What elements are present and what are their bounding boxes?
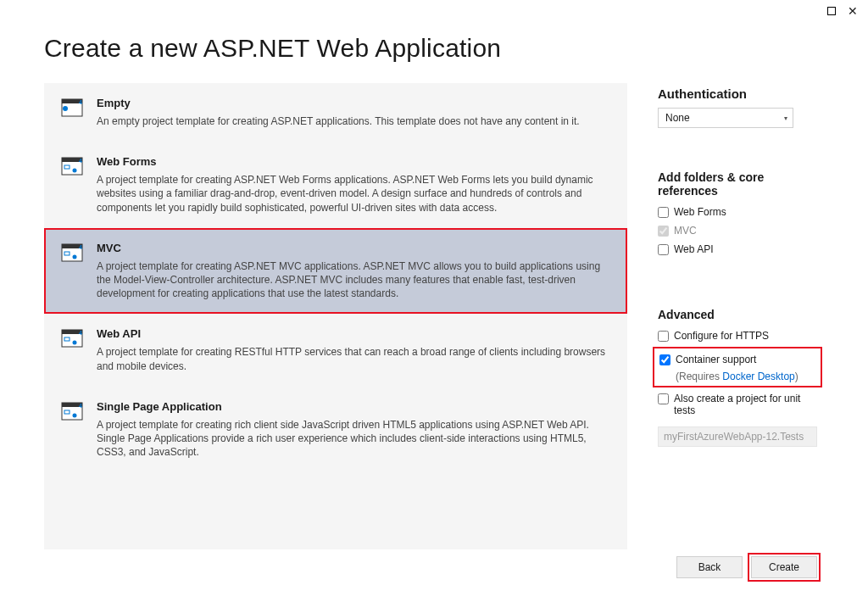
svg-text:4: 4 bbox=[79, 403, 82, 409]
test-project-name-input bbox=[658, 426, 817, 447]
template-mvc[interactable]: 4 MVC A project template for creating AS… bbox=[44, 228, 627, 315]
template-icon: 4 bbox=[61, 97, 85, 128]
checkbox-webapi[interactable]: Web API bbox=[658, 242, 817, 257]
template-title: Web Forms bbox=[97, 155, 610, 168]
template-title: Empty bbox=[97, 97, 610, 109]
svg-text:4: 4 bbox=[79, 244, 82, 250]
template-desc: A project template for creating ASP.NET … bbox=[97, 259, 610, 301]
svg-text:4: 4 bbox=[79, 158, 82, 164]
template-icon: 4 bbox=[61, 327, 85, 372]
checkbox-unit-tests[interactable]: Also create a project for unit tests bbox=[658, 391, 817, 418]
template-title: MVC bbox=[97, 242, 610, 254]
authentication-dropdown[interactable]: None ▾ bbox=[658, 108, 793, 128]
template-webforms[interactable]: 4 Web Forms A project template for creat… bbox=[44, 142, 627, 228]
template-icon: 4 bbox=[61, 242, 85, 301]
template-desc: A project template for creating rich cli… bbox=[97, 418, 610, 460]
container-support-highlight: Container support (Requires Docker Deskt… bbox=[653, 347, 822, 387]
docker-desktop-link[interactable]: Docker Desktop bbox=[722, 371, 794, 382]
template-desc: A project template for creating RESTful … bbox=[97, 345, 610, 372]
svg-text:4: 4 bbox=[79, 330, 82, 336]
chevron-down-icon: ▾ bbox=[784, 114, 787, 122]
svg-point-2 bbox=[63, 106, 68, 111]
template-title: Single Page Application bbox=[97, 400, 610, 413]
template-icon: 4 bbox=[61, 155, 85, 215]
svg-point-17 bbox=[73, 341, 77, 345]
authentication-selected: None bbox=[665, 112, 690, 124]
template-empty[interactable]: 4 Empty An empty project template for cr… bbox=[44, 83, 627, 142]
template-webapi[interactable]: 4 Web API A project template for creatin… bbox=[44, 314, 627, 386]
templates-list: 4 Empty An empty project template for cr… bbox=[44, 83, 627, 549]
svg-point-12 bbox=[73, 254, 77, 259]
template-desc: An empty project template for creating A… bbox=[97, 114, 610, 128]
core-refs-heading: Add folders & core references bbox=[658, 170, 817, 198]
svg-point-7 bbox=[73, 169, 77, 173]
close-icon[interactable]: ✕ bbox=[848, 7, 858, 15]
authentication-heading: Authentication bbox=[658, 86, 817, 101]
template-title: Web API bbox=[97, 327, 610, 340]
maximize-icon[interactable] bbox=[827, 7, 836, 15]
checkbox-mvc: MVC bbox=[658, 223, 817, 238]
checkbox-https[interactable]: Configure for HTTPS bbox=[658, 328, 817, 343]
docker-requires-note: (Requires Docker Desktop) bbox=[676, 371, 815, 382]
svg-text:4: 4 bbox=[79, 99, 82, 105]
back-button[interactable]: Back bbox=[676, 556, 743, 578]
checkbox-container-support[interactable]: Container support bbox=[659, 352, 815, 367]
template-icon: 4 bbox=[61, 400, 85, 460]
template-desc: A project template for creating ASP.NET … bbox=[97, 173, 610, 215]
svg-point-22 bbox=[73, 413, 77, 417]
advanced-heading: Advanced bbox=[658, 308, 817, 321]
page-title: Create a new ASP.NET Web Application bbox=[44, 34, 817, 63]
checkbox-webforms[interactable]: Web Forms bbox=[658, 204, 817, 220]
template-spa[interactable]: 4 Single Page Application A project temp… bbox=[44, 387, 627, 473]
create-button[interactable]: Create bbox=[751, 556, 817, 578]
